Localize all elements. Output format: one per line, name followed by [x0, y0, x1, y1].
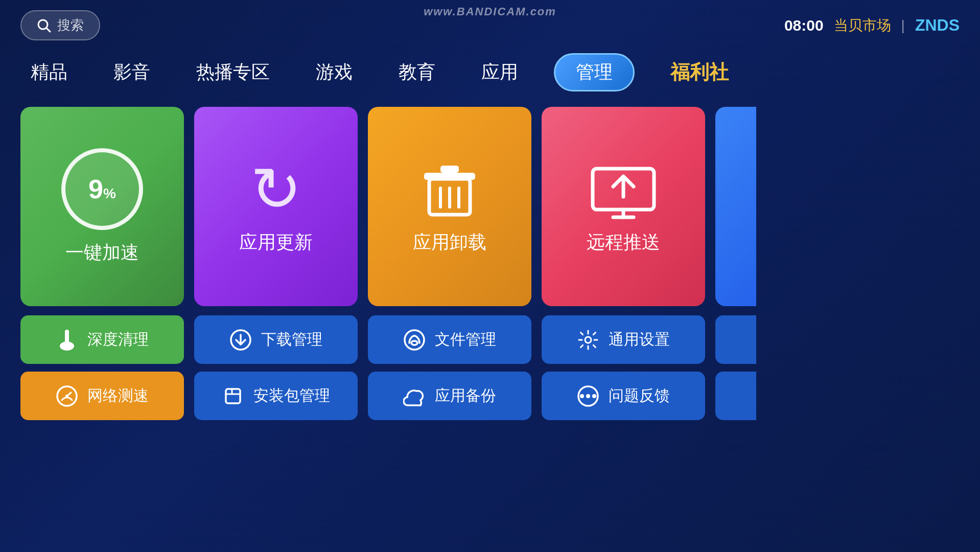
nav-yingyong[interactable]: 应用: [471, 55, 528, 90]
speedometer-icon: [56, 385, 78, 407]
navigation: 精品 影音 热播专区 游戏 教育 应用 管理 福利社: [0, 45, 980, 99]
settings-icon: [577, 329, 599, 351]
main-content: 9% 一键加速 ↻ 应用更新: [0, 99, 980, 435]
card-partial-right2[interactable]: [715, 315, 756, 364]
package-icon: [222, 385, 244, 407]
card-wenti-fankui[interactable]: 问题反馈: [542, 372, 705, 420]
nav-jiaoyu[interactable]: 教育: [388, 55, 446, 90]
card-label-xiazai2: 下载管理: [261, 329, 322, 350]
card-anzhuangbao[interactable]: 安装包管理: [194, 372, 358, 420]
svg-rect-23: [226, 389, 240, 403]
card-yuancheng-tuisong[interactable]: 远程推送: [542, 107, 705, 306]
cloud-icon: [403, 385, 426, 407]
percent-value: 9%: [88, 174, 116, 204]
card-label-jiasu: 一键加速: [65, 240, 139, 265]
download-icon: [229, 329, 252, 351]
search-placeholder: 搜索: [57, 16, 84, 34]
card-wenjian-guanli[interactable]: 文件管理: [368, 315, 531, 364]
card-partial-right[interactable]: [715, 107, 756, 306]
card-shendu-qingli[interactable]: 深度清理: [20, 315, 184, 364]
big-cards-row: 9% 一键加速 ↻ 应用更新: [20, 107, 960, 306]
card-label-anzhuangbao: 安装包管理: [253, 385, 330, 406]
search-icon: [37, 18, 51, 33]
svg-line-1: [46, 28, 50, 32]
card-label-gengxin: 应用更新: [239, 230, 313, 255]
card-xiazai-guanli[interactable]: 下载管理: [194, 315, 358, 364]
small-cards-row1: 深度清理 下载管理 文件管理: [20, 315, 960, 364]
card-tongyong-shezhi[interactable]: 通用设置: [542, 315, 705, 364]
trash-icon: [419, 158, 480, 220]
svg-point-25: [586, 394, 590, 398]
card-label-tongyong: 通用设置: [609, 329, 670, 350]
nav-youxi[interactable]: 游戏: [306, 55, 363, 90]
svg-rect-12: [65, 330, 69, 343]
card-label-xiazai: 应用卸载: [413, 230, 486, 255]
header-brand: ZNDS: [915, 16, 960, 35]
card-yingyong-xiazai[interactable]: 应用卸载: [368, 107, 531, 306]
header-divider: |: [901, 17, 905, 34]
nav-rebozhuanqu[interactable]: 热播专区: [186, 55, 280, 90]
header-market: 当贝市场: [834, 16, 891, 35]
svg-rect-4: [440, 166, 459, 173]
svg-point-26: [580, 394, 584, 398]
card-partial-right3[interactable]: [715, 372, 756, 420]
card-label-tuisong: 远程推送: [587, 230, 660, 255]
nav-jingpin[interactable]: 精品: [20, 55, 78, 90]
svg-rect-3: [424, 173, 475, 180]
upload-icon: [590, 158, 657, 220]
card-label-beifen: 应用备份: [435, 385, 496, 406]
card-label-fankui: 问题反馈: [609, 385, 670, 406]
header-time: 08:00: [784, 17, 824, 34]
header-right: 08:00 当贝市场 | ZNDS: [784, 16, 960, 35]
svg-rect-14: [65, 343, 68, 350]
card-yingyong-beifen[interactable]: 应用备份: [368, 372, 531, 420]
card-yingyong-gengxin[interactable]: ↻ 应用更新: [194, 107, 358, 306]
svg-point-18: [411, 341, 417, 345]
nav-fuliclub[interactable]: 福利社: [660, 54, 739, 90]
card-label-shendu: 深度清理: [87, 329, 149, 350]
svg-point-27: [592, 394, 596, 398]
watermark: www.BANDICAM.com: [424, 5, 556, 18]
feedback-icon: [577, 385, 599, 407]
card-yijia-jiasu[interactable]: 9% 一键加速: [20, 107, 184, 306]
svg-point-17: [405, 330, 424, 350]
folder-icon: [403, 329, 426, 351]
refresh-icon: ↻: [250, 158, 302, 220]
card-label-wenjian: 文件管理: [435, 329, 496, 350]
card-wangluo-cesu[interactable]: 网络测速: [20, 372, 184, 420]
circle-indicator: 9%: [61, 148, 143, 230]
nav-guanli[interactable]: 管理: [554, 53, 635, 91]
small-cards-row2: 网络测速 安装包管理 应用备份: [20, 372, 960, 420]
svg-point-22: [65, 395, 68, 398]
nav-yinyin[interactable]: 影音: [103, 55, 160, 90]
broom-icon: [56, 329, 78, 351]
svg-point-19: [585, 337, 591, 343]
search-bar[interactable]: 搜索: [20, 10, 100, 40]
card-label-wangluo: 网络测速: [87, 385, 149, 406]
